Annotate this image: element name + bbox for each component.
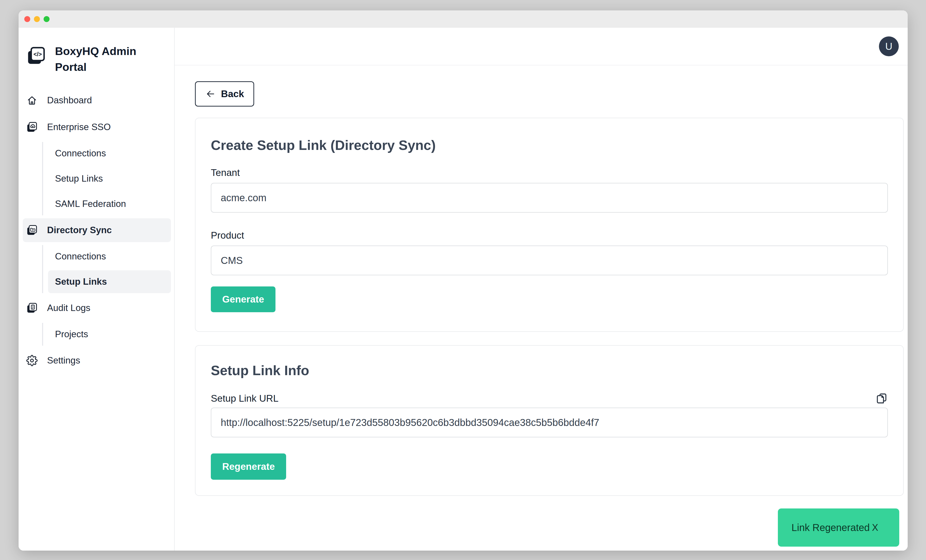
enterprise-sso-icon	[26, 121, 38, 133]
copy-icon	[876, 392, 888, 404]
back-button[interactable]: Back	[195, 81, 254, 106]
audit-logs-subgroup: Projects	[42, 323, 171, 346]
sidebar-item-saml-federation[interactable]: SAML Federation	[48, 192, 171, 215]
sidebar-item-label: Connections	[55, 251, 106, 262]
arrow-left-icon	[205, 88, 216, 99]
boxyhq-logo-icon: </>	[26, 46, 46, 66]
settings-icon	[26, 355, 38, 366]
sidebar-nav: Dashboard Enterprise SSO Connections	[18, 88, 174, 372]
info-card-title: Setup Link Info	[211, 363, 888, 378]
setup-link-url-row: Setup Link URL	[211, 392, 888, 405]
sidebar-item-label: Setup Links	[55, 277, 107, 287]
sidebar-item-label: SAML Federation	[55, 199, 126, 209]
user-avatar[interactable]: U	[879, 36, 899, 56]
toast-close-button[interactable]: X	[872, 522, 878, 533]
sidebar-item-label: Dashboard	[47, 95, 92, 106]
app-title: BoxyHQ Admin Portal	[55, 43, 144, 75]
setup-link-url-label: Setup Link URL	[211, 393, 278, 404]
sidebar-item-enterprise-sso[interactable]: Enterprise SSO	[23, 115, 171, 139]
traffic-light-zoom-button[interactable]	[44, 16, 50, 22]
sidebar-item-projects[interactable]: Projects	[48, 323, 171, 346]
sidebar-item-label: Audit Logs	[47, 303, 91, 313]
copy-button[interactable]	[876, 392, 888, 405]
main-area: U Back Create Setup Link (Directory Sync…	[175, 28, 908, 551]
create-card-title: Create Setup Link (Directory Sync)	[211, 137, 888, 153]
app-logo[interactable]: </> BoxyHQ Admin Portal	[26, 43, 174, 75]
setup-link-info-card: Setup Link Info Setup Link URL	[195, 345, 904, 496]
sidebar-item-audit-logs[interactable]: Audit Logs	[23, 296, 171, 320]
toast-message: Link Regenerated	[791, 522, 870, 533]
setup-link-url-input[interactable]	[211, 408, 888, 437]
directory-sync-subgroup: Connections Setup Links	[42, 245, 171, 293]
sidebar-item-label: Directory Sync	[47, 225, 112, 235]
svg-text:</>: </>	[33, 51, 42, 58]
generate-button[interactable]: Generate	[211, 286, 275, 312]
back-button-label: Back	[221, 88, 244, 99]
product-label: Product	[211, 230, 888, 241]
create-setup-link-card: Create Setup Link (Directory Sync) Tenan…	[195, 118, 904, 332]
main-header: U	[175, 28, 908, 65]
page-content: Back Create Setup Link (Directory Sync) …	[175, 65, 908, 496]
tenant-field: Tenant	[211, 167, 888, 213]
tenant-label: Tenant	[211, 167, 888, 178]
app-window: </> BoxyHQ Admin Portal Dashboard	[18, 11, 908, 551]
sidebar-item-sso-connections[interactable]: Connections	[48, 142, 171, 165]
sidebar-item-sso-setup-links[interactable]: Setup Links	[48, 167, 171, 190]
window-titlebar	[18, 11, 908, 28]
sidebar-item-directory-sync[interactable]: Directory Sync	[23, 218, 171, 242]
tenant-input[interactable]	[211, 183, 888, 213]
home-icon	[26, 95, 38, 106]
product-field: Product	[211, 230, 888, 275]
sidebar-item-dashboard[interactable]: Dashboard	[23, 88, 171, 112]
traffic-light-minimize-button[interactable]	[34, 16, 40, 22]
directory-sync-icon	[26, 224, 38, 236]
sidebar-item-label: Settings	[47, 355, 80, 366]
sidebar-item-dsync-setup-links[interactable]: Setup Links	[48, 270, 171, 293]
toast-notification: Link Regenerated X	[778, 509, 899, 546]
sidebar-item-label: Setup Links	[55, 174, 103, 184]
sidebar-item-label: Connections	[55, 148, 106, 159]
sidebar-item-label: Enterprise SSO	[47, 122, 111, 132]
sidebar-item-dsync-connections[interactable]: Connections	[48, 245, 171, 268]
audit-logs-icon	[26, 302, 38, 314]
regenerate-button[interactable]: Regenerate	[211, 454, 286, 480]
sidebar: </> BoxyHQ Admin Portal Dashboard	[18, 28, 175, 551]
product-input[interactable]	[211, 245, 888, 275]
sidebar-item-settings[interactable]: Settings	[23, 349, 171, 372]
enterprise-sso-subgroup: Connections Setup Links SAML Federation	[42, 142, 171, 215]
traffic-light-close-button[interactable]	[24, 16, 30, 22]
sidebar-item-label: Projects	[55, 329, 88, 339]
